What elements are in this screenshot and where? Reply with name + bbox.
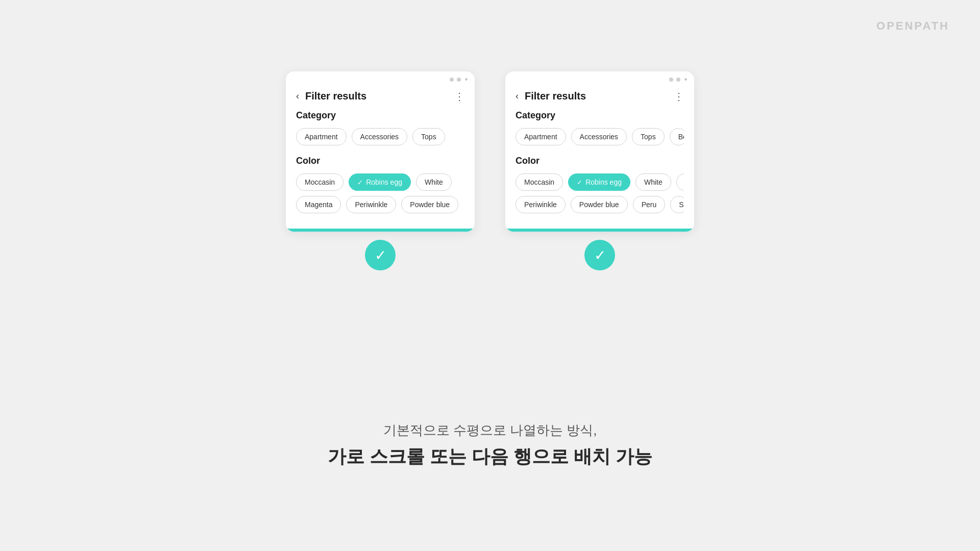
card1-color-row2: Magenta Periwinkle Powder blue (296, 196, 464, 213)
card2-titlebar-dot1 (669, 78, 673, 82)
card1-header-left: ‹ Filter results (296, 90, 366, 102)
card1-back-button[interactable]: ‹ (296, 91, 299, 102)
card2-title: Filter results (525, 90, 586, 102)
card2-chip-mag[interactable]: Mag (676, 173, 684, 191)
card2-titlebar-chevron: ▾ (684, 77, 687, 82)
card1-color-label: Color (296, 156, 464, 166)
card1-more-button[interactable]: ⋮ (454, 91, 464, 102)
card1-robins-egg-label: Robins egg (366, 178, 402, 186)
card2-body: Category Apartment Accessories Tops Bott… (505, 110, 694, 229)
card2-chip-moccasin[interactable]: Moccasin (516, 173, 563, 191)
card2-check-icon: ✓ (594, 247, 606, 264)
card1-chip-powder-blue[interactable]: Powder blue (401, 196, 458, 213)
card1: ▾ ‹ Filter results ⋮ Category Apartment … (286, 71, 475, 232)
cards-container: ▾ ‹ Filter results ⋮ Category Apartment … (286, 71, 694, 270)
card2-check-circle: ✓ (584, 240, 615, 270)
card2-header: ‹ Filter results ⋮ (505, 85, 694, 110)
card1-color-row1: Moccasin ✓ Robins egg White (296, 173, 464, 191)
card2-category-chips: Apartment Accessories Tops Botton (516, 128, 684, 145)
card2-chip-powder-blue[interactable]: Powder blue (571, 196, 628, 213)
card2-wrapper: ▾ ‹ Filter results ⋮ Category Apartment … (505, 71, 694, 270)
card1-body: Category Apartment Accessories Tops Colo… (286, 110, 475, 229)
titlebar-dot2 (457, 78, 461, 82)
card1-wrapper: ▾ ‹ Filter results ⋮ Category Apartment … (286, 71, 475, 270)
card2-chip-accessories[interactable]: Accessories (571, 128, 627, 145)
card1-category-label: Category (296, 110, 464, 121)
card2-chip-robins-egg[interactable]: ✓ Robins egg (568, 173, 630, 191)
titlebar-chevron: ▾ (465, 77, 468, 82)
card1-check-circle: ✓ (365, 240, 396, 270)
bottom-text-section: 기본적으로 수평으로 나열하는 방식, 가로 스크롤 또는 다음 행으로 배치 … (328, 421, 652, 469)
card2-more-button[interactable]: ⋮ (674, 91, 684, 102)
card2-chip-tops[interactable]: Tops (632, 128, 665, 145)
card2-color-row2: Periwinkle Powder blue Peru Sandy b (516, 196, 684, 213)
card1-chip-apartment[interactable]: Apartment (296, 128, 347, 145)
card2-chip-sandy[interactable]: Sandy b (670, 196, 684, 213)
card2-chip-white[interactable]: White (635, 173, 671, 191)
card2-chip-apartment[interactable]: Apartment (516, 128, 566, 145)
checkmark-icon: ✓ (357, 179, 363, 186)
card1-header: ‹ Filter results ⋮ (286, 85, 475, 110)
card1-title: Filter results (305, 90, 366, 102)
card2: ▾ ‹ Filter results ⋮ Category Apartment … (505, 71, 694, 232)
card2-header-left: ‹ Filter results (516, 90, 586, 102)
card1-titlebar: ▾ (286, 71, 475, 85)
card1-color-section: Color Moccasin ✓ Robins egg White Magent… (296, 156, 464, 213)
card1-chip-moccasin[interactable]: Moccasin (296, 173, 344, 191)
bottom-subtitle: 기본적으로 수평으로 나열하는 방식, (328, 421, 652, 439)
card2-color-row1: Moccasin ✓ Robins egg White Mag (516, 173, 684, 191)
card2-bottom-bar (505, 229, 694, 232)
card1-bottom-bar (286, 229, 475, 232)
card2-chip-periwinkle[interactable]: Periwinkle (516, 196, 566, 213)
card1-chip-accessories[interactable]: Accessories (352, 128, 407, 145)
card2-titlebar: ▾ (505, 71, 694, 85)
card1-chip-periwinkle[interactable]: Periwinkle (346, 196, 396, 213)
card2-back-button[interactable]: ‹ (516, 91, 519, 102)
card1-chip-magenta[interactable]: Magenta (296, 196, 341, 213)
card1-chip-white[interactable]: White (416, 173, 452, 191)
bottom-title: 가로 스크롤 또는 다음 행으로 배치 가능 (328, 444, 652, 469)
card1-chip-tops[interactable]: Tops (412, 128, 445, 145)
titlebar-dot1 (450, 78, 454, 82)
card1-chip-robins-egg[interactable]: ✓ Robins egg (349, 173, 411, 191)
card2-chip-bottom[interactable]: Botton (670, 128, 684, 145)
card2-titlebar-dot2 (676, 78, 680, 82)
card2-color-section: Color Moccasin ✓ Robins egg White Mag Pe… (516, 156, 684, 213)
card2-color-label: Color (516, 156, 684, 166)
card2-robins-egg-label: Robins egg (585, 178, 622, 186)
card2-chip-peru[interactable]: Peru (633, 196, 666, 213)
openpath-logo: OPENPATH (876, 19, 949, 33)
card2-checkmark-icon: ✓ (577, 179, 582, 186)
card1-category-chips: Apartment Accessories Tops (296, 128, 464, 145)
card2-category-label: Category (516, 110, 684, 121)
card1-check-icon: ✓ (375, 247, 386, 264)
